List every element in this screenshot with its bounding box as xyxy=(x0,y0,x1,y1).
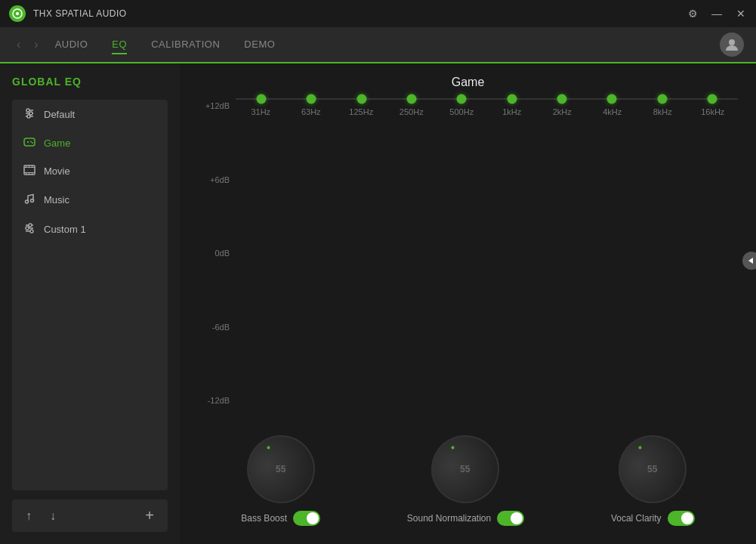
freq-125hz: 125Hz xyxy=(336,103,387,116)
vocal-clarity-group: 55 Vocal Clarity xyxy=(611,435,695,526)
user-avatar[interactable] xyxy=(720,32,744,57)
vocal-clarity-toggle[interactable] xyxy=(668,511,695,526)
eq-db-labels: +12dB +6dB 0dB -6dB -12dB xyxy=(198,98,236,423)
nav-item-demo[interactable]: DEMO xyxy=(244,36,275,54)
eq-band-dot-8[interactable] xyxy=(657,94,667,104)
svg-rect-17 xyxy=(26,165,26,167)
sound-normalization-label: Sound Normalization xyxy=(407,513,491,524)
main-content: GLOBAL EQ Default xyxy=(0,63,756,544)
move-up-button[interactable]: ↑ xyxy=(20,506,38,526)
svg-rect-19 xyxy=(32,165,32,167)
eq-band-dot-7[interactable] xyxy=(607,94,617,104)
settings-button[interactable]: ⚙ xyxy=(687,8,699,20)
svg-point-7 xyxy=(29,112,32,115)
db-label-neg12: -12dB xyxy=(208,396,230,405)
svg-point-6 xyxy=(26,109,29,112)
eq-chart-container: +12dB +6dB 0dB -6dB -12dB xyxy=(198,98,738,423)
svg-rect-15 xyxy=(24,167,35,168)
preset-list: Default Game xyxy=(12,100,168,490)
preset-movie-icon xyxy=(23,165,36,178)
eq-area: Game +12dB +6dB 0dB -6dB -12dB xyxy=(180,63,756,544)
vocal-clarity-label-row: Vocal Clarity xyxy=(611,511,695,526)
preset-default[interactable]: Default xyxy=(12,100,168,129)
svg-rect-9 xyxy=(24,138,35,146)
svg-point-24 xyxy=(31,199,34,202)
sidebar-controls: ↑ ↓ + xyxy=(12,499,168,532)
sound-normalization-toggle[interactable] xyxy=(497,511,524,526)
bass-boost-knob[interactable]: 55 xyxy=(234,423,327,516)
sound-normalization-label-row: Sound Normalization xyxy=(407,511,524,526)
db-label-12: +12dB xyxy=(205,101,230,110)
sidebar-title: GLOBAL EQ xyxy=(12,76,168,88)
title-bar-left: THX SPATIAL AUDIO xyxy=(9,5,127,22)
minimize-button[interactable]: — xyxy=(711,8,723,20)
eq-band-dot-6[interactable] xyxy=(557,94,566,104)
vocal-clarity-label: Vocal Clarity xyxy=(611,513,662,524)
preset-movie-label: Movie xyxy=(44,165,70,177)
db-label-0: 0dB xyxy=(214,249,230,258)
preset-movie[interactable]: Movie xyxy=(12,157,168,185)
close-button[interactable]: ✕ xyxy=(735,8,747,20)
title-bar: THX SPATIAL AUDIO ⚙ — ✕ xyxy=(0,0,756,27)
svg-point-13 xyxy=(32,142,33,144)
sound-normalization-value: 55 xyxy=(461,464,471,474)
svg-point-23 xyxy=(26,200,29,203)
nav-item-eq[interactable]: EQ xyxy=(112,36,127,54)
bass-boost-group: 55 Bass Boost xyxy=(241,435,320,526)
knobs-section: 55 Bass Boost 55 Sound Normalization 5 xyxy=(198,423,738,532)
app-icon xyxy=(9,5,26,22)
svg-point-30 xyxy=(30,230,33,233)
bass-boost-label: Bass Boost xyxy=(241,513,287,524)
preset-game-label: Game xyxy=(44,138,70,149)
nav-item-audio[interactable]: AUDIO xyxy=(55,36,88,54)
eq-band-dot-0[interactable] xyxy=(257,94,267,104)
svg-point-12 xyxy=(30,141,32,143)
freq-63hz: 63Hz xyxy=(286,103,337,116)
sound-normalization-knob[interactable]: 55 xyxy=(419,423,512,516)
eq-band-dot-2[interactable] xyxy=(356,94,366,104)
eq-band-dot-5[interactable] xyxy=(507,94,517,104)
freq-8khz: 8kHz xyxy=(637,103,688,116)
eq-band-dot-3[interactable] xyxy=(407,94,417,104)
svg-rect-21 xyxy=(29,173,29,175)
move-down-button[interactable]: ↓ xyxy=(44,506,62,526)
add-preset-button[interactable]: + xyxy=(139,504,160,527)
svg-point-2 xyxy=(729,39,735,45)
preset-music[interactable]: Music xyxy=(12,185,168,215)
nav-item-calibration[interactable]: CALIBRATION xyxy=(151,36,220,54)
preset-default-icon xyxy=(23,107,36,122)
freq-250hz: 250Hz xyxy=(387,103,437,116)
preset-custom1-label: Custom 1 xyxy=(44,224,86,235)
eq-chart-wrapper: 31Hz 63Hz 125Hz 250Hz 500Hz 1kHz 2kHz 4k… xyxy=(236,98,738,423)
eq-band-dot-1[interactable] xyxy=(307,94,316,104)
svg-rect-16 xyxy=(24,172,35,173)
vocal-clarity-knob[interactable]: 55 xyxy=(606,423,699,516)
svg-rect-22 xyxy=(32,173,32,175)
eq-title: Game xyxy=(198,76,738,89)
freq-4khz: 4kHz xyxy=(588,103,638,116)
zero-db-indicator[interactable] xyxy=(742,252,756,270)
eq-band-dot-4[interactable] xyxy=(457,94,467,104)
svg-rect-18 xyxy=(29,165,29,167)
nav-forward-button[interactable]: › xyxy=(29,36,42,53)
nav-back-button[interactable]: ‹ xyxy=(12,36,25,53)
preset-custom1-icon xyxy=(23,222,36,236)
freq-2khz: 2kHz xyxy=(537,103,588,116)
svg-marker-31 xyxy=(748,258,753,264)
preset-game[interactable]: Game xyxy=(12,129,168,157)
preset-music-label: Music xyxy=(44,194,69,206)
preset-game-icon xyxy=(23,137,36,150)
bass-boost-label-row: Bass Boost xyxy=(241,511,320,526)
nav-arrows: ‹ › xyxy=(12,36,43,53)
eq-band-dot-9[interactable] xyxy=(707,94,717,104)
svg-point-1 xyxy=(16,12,19,15)
freq-16khz: 16kHz xyxy=(688,103,739,116)
sound-normalization-group: 55 Sound Normalization xyxy=(407,435,524,526)
vocal-clarity-value: 55 xyxy=(648,464,658,474)
nav-items: AUDIO EQ CALIBRATION DEMO xyxy=(55,36,720,54)
db-label-neg6: -6dB xyxy=(212,323,230,332)
bass-boost-toggle[interactable] xyxy=(293,511,320,526)
freq-500hz: 500Hz xyxy=(437,103,487,116)
preset-custom1[interactable]: Custom 1 xyxy=(12,215,168,244)
svg-rect-20 xyxy=(26,173,26,175)
